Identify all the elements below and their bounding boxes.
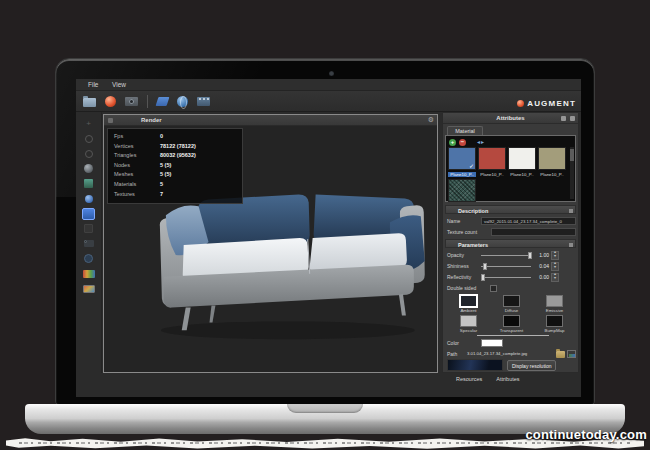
color-swatch[interactable] <box>481 339 503 347</box>
material-swatch-red[interactable] <box>478 147 506 170</box>
material-browser: + − ◂▸ ✓ Plane10_P.. Plane10_P.. Plane10… <box>445 135 576 202</box>
material-label: Plane10_P.. <box>538 172 566 177</box>
shininess-slider[interactable] <box>481 262 531 270</box>
material-toolbar: + − ◂▸ <box>449 138 485 146</box>
stat-row: Triangles80032 (95632) <box>108 151 242 161</box>
browse-folder-icon[interactable] <box>556 351 565 358</box>
slider-handle[interactable] <box>481 274 485 281</box>
path-row: Path 3.01.04_23.17.34_complete.jpg <box>447 349 576 359</box>
tab-attributes[interactable]: Attributes <box>496 376 519 382</box>
ambient-map-swatch[interactable] <box>460 295 477 307</box>
description-section-header[interactable]: Description <box>445 205 576 214</box>
color-row: Color <box>447 338 576 348</box>
material-swatch-khaki[interactable] <box>538 147 566 170</box>
menu-view[interactable]: View <box>112 81 126 88</box>
render-panel-title: Render <box>141 117 162 123</box>
stat-row: Vertices78122 (78122) <box>108 142 242 152</box>
display-resolution-button[interactable]: Display resolution <box>507 360 556 371</box>
app-window: File View AUGMENT + <box>76 79 581 397</box>
material-label: Plane10_P.. <box>478 172 506 177</box>
material-nav-arrows-icon[interactable]: ◂▸ <box>477 139 485 146</box>
remove-material-button[interactable]: − <box>459 139 466 146</box>
slider-handle[interactable] <box>528 252 532 259</box>
bumpmap-swatch[interactable] <box>546 315 563 327</box>
tab-resources[interactable]: Resources <box>456 376 482 382</box>
panel-tabs: Resources Attributes <box>456 376 520 382</box>
sphere-primitive-icon[interactable] <box>82 163 95 174</box>
augment-ball-icon[interactable] <box>105 96 116 107</box>
material-tab[interactable]: Material <box>447 126 483 135</box>
node-tool-icon[interactable] <box>82 223 95 234</box>
slider-handle[interactable] <box>483 263 487 270</box>
double-sided-checkbox[interactable] <box>490 285 497 292</box>
texture-tool-icon[interactable] <box>82 283 95 294</box>
viewport-settings-gear-icon[interactable]: ⚙ <box>428 116 434 123</box>
sphere-tool-icon[interactable] <box>177 96 188 107</box>
section-divider <box>477 335 549 336</box>
panel-dock-icon[interactable] <box>561 116 566 121</box>
add-material-button[interactable]: + <box>449 139 456 146</box>
double-sided-row: Double sided <box>447 283 576 293</box>
name-field[interactable]: val92_2015.01.04_23.17.34_complete_0 <box>481 217 576 225</box>
name-field-row: Name val92_2015.01.04_23.17.34_complete_… <box>447 216 576 226</box>
tiny-text-line <box>19 442 632 444</box>
shininess-stepper[interactable]: ▲▼ <box>551 262 559 271</box>
texture-preview-row: Display resolution <box>447 360 576 370</box>
collapse-icon[interactable] <box>569 243 573 247</box>
augment-logo-dot <box>517 100 524 107</box>
render-panel-header: Render ⚙ <box>104 115 437 126</box>
main-toolbar <box>76 91 581 112</box>
material-swatch-white[interactable] <box>508 147 536 170</box>
menu-bar: File View <box>76 79 581 91</box>
opacity-slider-row: Opacity 1.00 ▲▼ <box>447 250 576 260</box>
opacity-slider[interactable] <box>481 251 531 259</box>
pan-tool-icon[interactable]: + <box>82 118 95 129</box>
augment-logo: AUGMENT <box>517 97 576 109</box>
opacity-stepper[interactable]: ▲▼ <box>551 251 559 260</box>
open-file-icon[interactable] <box>83 98 96 107</box>
environment-icon[interactable] <box>82 253 95 264</box>
screenshot-icon[interactable] <box>125 97 138 106</box>
screenshot-stage: File View AUGMENT + <box>0 0 650 450</box>
video-tool-icon[interactable] <box>197 97 210 106</box>
webcam-dot <box>329 71 334 76</box>
light-tool-icon[interactable] <box>82 193 95 204</box>
stat-row: Fps0 <box>108 132 242 142</box>
laptop-screen-bezel: File View AUGMENT + <box>55 58 595 406</box>
path-field[interactable]: 3.01.04_23.17.34_complete.jpg <box>465 350 553 358</box>
collapse-icon[interactable] <box>569 209 573 213</box>
plane-tool-icon[interactable] <box>156 97 170 106</box>
menu-file[interactable]: File <box>88 81 98 88</box>
panel-close-icon[interactable] <box>570 116 575 121</box>
texture-count-field[interactable] <box>491 228 576 236</box>
cube-primitive-icon[interactable] <box>82 178 95 189</box>
texture-count-row: Texture count <box>447 227 576 237</box>
gradient-tool-icon[interactable] <box>82 268 95 279</box>
stat-row: Nodes5 (5) <box>108 161 242 171</box>
material-scrollbar[interactable] <box>570 147 574 199</box>
reflectivity-slider[interactable] <box>481 273 531 281</box>
attributes-panel: Attributes Material + − ◂▸ ✓ <box>442 112 579 373</box>
rotate-tool-icon[interactable] <box>82 148 95 159</box>
toolbar-separator <box>147 95 148 108</box>
texture-preview-thumbnail[interactable] <box>447 359 503 371</box>
left-tool-strip: + <box>76 112 102 397</box>
render-stats-panel: Fps0 Vertices78122 (78122) Triangles8003… <box>107 128 243 204</box>
render-viewport[interactable]: Render ⚙ <box>103 114 438 373</box>
stat-row: Materials5 <box>108 180 242 190</box>
specular-map-swatch[interactable] <box>460 315 477 327</box>
emissive-map-swatch[interactable] <box>546 295 563 307</box>
material-swatch-blue[interactable]: ✓ <box>448 147 476 170</box>
orbit-tool-icon[interactable] <box>82 133 95 144</box>
panel-pin-icon[interactable] <box>108 118 113 123</box>
reflectivity-stepper[interactable]: ▲▼ <box>551 273 559 282</box>
material-swatch-weave[interactable] <box>448 179 476 202</box>
diffuse-map-swatch[interactable] <box>503 295 520 307</box>
parameters-section-header[interactable]: Parameters <box>445 239 576 248</box>
active-tool-icon[interactable] <box>82 208 95 219</box>
camera-tool-icon[interactable] <box>82 238 95 249</box>
window-bottom-bar: Resources Attributes <box>76 373 581 397</box>
attributes-panel-header: Attributes <box>443 113 578 124</box>
image-preview-icon[interactable] <box>567 350 576 358</box>
transparent-map-swatch[interactable] <box>503 315 520 327</box>
